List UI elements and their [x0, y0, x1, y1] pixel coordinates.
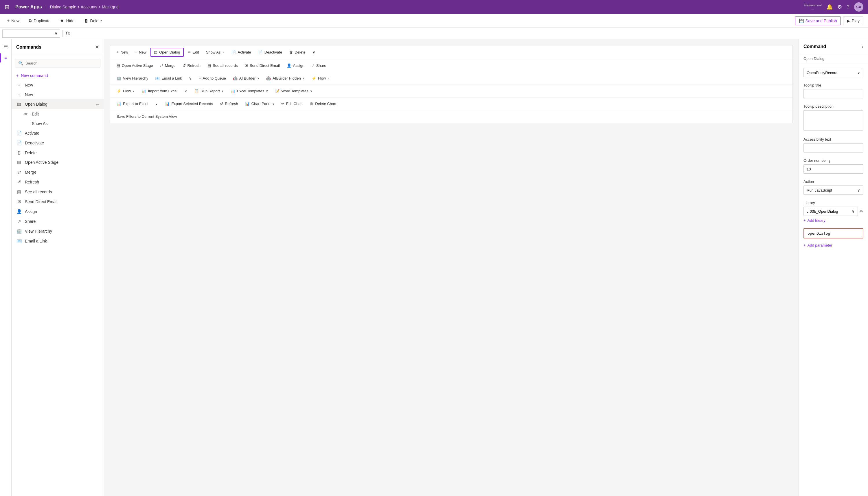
play-button[interactable]: ▶ Play	[843, 16, 863, 25]
prop-library-edit-button[interactable]: ✏	[859, 208, 863, 214]
commands-close-button[interactable]: ✕	[95, 44, 99, 50]
notification-icon[interactable]: 🔔	[826, 4, 833, 10]
cmd-item-new1[interactable]: + New	[12, 80, 104, 90]
waffle-icon[interactable]: ⊞	[5, 3, 10, 11]
ribbon-merge-button[interactable]: ⇄ Merge	[157, 62, 178, 69]
commands-search-box[interactable]: 🔍	[15, 59, 100, 67]
cmd-item-edit[interactable]: ✏ Edit	[12, 109, 104, 119]
ribbon-email-a-link-label: Email a Link	[161, 76, 182, 80]
toolbar-delete-button[interactable]: 🗑 Delete	[82, 17, 104, 25]
ribbon-new1-button[interactable]: + New	[114, 48, 131, 56]
cmd-item-assign[interactable]: 👤 Assign	[12, 207, 104, 216]
ribbon-run-report-chevron: ∨	[222, 89, 224, 93]
app-title: Power Apps	[15, 4, 42, 10]
settings-icon[interactable]: ⚙	[837, 4, 842, 10]
ribbon-deactivate-button[interactable]: 📄 Deactivate	[255, 48, 285, 56]
commands-search-input[interactable]	[26, 61, 97, 65]
ribbon-delete-chart-button[interactable]: 🗑 Delete Chart	[307, 100, 339, 108]
avatar[interactable]: SA	[854, 2, 863, 12]
prop-tooltip-title-input[interactable]	[804, 89, 863, 98]
cmd-item-delete[interactable]: 🗑 Delete	[12, 148, 104, 157]
prop-accessibility-input[interactable]	[804, 143, 863, 153]
add-command-button[interactable]: + New command	[12, 71, 104, 80]
ribbon-email-a-link-button[interactable]: 📧 Email a Link	[152, 74, 185, 82]
cmd-item-open-active-stage[interactable]: ▤ Open Active Stage	[12, 157, 104, 167]
cmd-item-view-hierarchy[interactable]: 🏢 View Hierarchy	[12, 226, 104, 236]
canvas-area: + New + New ▤ Open Dialog ✏ Edit Show As	[104, 40, 799, 496]
cmd-item-open-dialog[interactable]: ▤ Open Dialog ···	[12, 99, 104, 109]
ribbon-delete-button[interactable]: 🗑 Delete	[286, 48, 309, 56]
ribbon-refresh-button[interactable]: ↺ Refresh	[180, 62, 204, 69]
cmd-item-merge[interactable]: ⇄ Merge	[12, 167, 104, 177]
cmd-open-active-stage-icon: ▤	[16, 160, 22, 165]
prop-tooltip-desc-textarea[interactable]	[804, 110, 863, 130]
ribbon-new2-button[interactable]: + New	[132, 48, 149, 56]
add-library-button[interactable]: + Add library	[804, 218, 863, 222]
ribbon-excel-templates-button[interactable]: 📊 Excel Templates ∨	[228, 87, 271, 95]
ribbon-edit-button[interactable]: ✏ Edit	[185, 48, 202, 56]
ribbon-view-hierarchy-button[interactable]: 🏢 View Hierarchy	[114, 74, 151, 82]
prop-library-value: cr03b_OpenDialog	[807, 209, 838, 214]
ribbon-word-templates-button[interactable]: 📝 Word Templates ∨	[272, 87, 315, 95]
ribbon-save-filters-button[interactable]: Save Filters to Current System View	[114, 112, 180, 120]
cmd-item-send-direct-email[interactable]: ✉ Send Direct Email	[12, 197, 104, 207]
help-icon[interactable]: ?	[847, 4, 850, 10]
cmd-delete-icon: 🗑	[16, 150, 22, 155]
ribbon-see-all-records-button[interactable]: ▤ See all records	[205, 62, 241, 69]
cmd-item-refresh[interactable]: ↺ Refresh	[12, 177, 104, 187]
ribbon-run-report-button[interactable]: 📋 Run Report ∨	[191, 87, 226, 95]
ribbon-open-active-stage-button[interactable]: ▤ Open Active Stage	[114, 62, 156, 69]
add-parameter-button[interactable]: + Add parameter	[804, 243, 863, 247]
sidebar-toggle-button[interactable]: ☰	[1, 42, 10, 52]
cmd-item-share[interactable]: ↗ Share	[12, 216, 104, 226]
ribbon-split1-button[interactable]: ∨	[186, 74, 195, 82]
ribbon-show-as-button[interactable]: Show As ∨	[203, 48, 227, 56]
ribbon-export-selected-button[interactable]: 📊 Export Selected Records	[162, 100, 216, 108]
layers-button[interactable]: ≡	[2, 53, 9, 63]
save-publish-button[interactable]: 💾 Save and Publish	[795, 16, 841, 25]
cmd-item-deactivate[interactable]: 📄 Deactivate	[12, 138, 104, 148]
prop-action-type-dropdown[interactable]: OpenEntityRecord ∨	[804, 68, 863, 77]
toolbar-hide-button[interactable]: 👁 Hide	[58, 17, 77, 25]
props-expand-button[interactable]: ›	[862, 44, 863, 49]
toolbar-new-button[interactable]: + New	[5, 17, 22, 25]
ribbon-chart-pane-button[interactable]: 📊 Chart Pane ∨	[242, 100, 277, 108]
toolbar-duplicate-button[interactable]: ⧉ Duplicate	[26, 17, 53, 25]
ribbon-share-button[interactable]: ↗ Share	[309, 62, 329, 69]
ribbon-refresh2-button[interactable]: ↺ Refresh	[217, 100, 241, 108]
prop-library-dropdown[interactable]: cr03b_OpenDialog ∨	[804, 207, 858, 216]
cmd-item-email-a-link[interactable]: 📧 Email a Link	[12, 236, 104, 246]
ribbon-add-to-queue-button[interactable]: + Add to Queue	[196, 74, 229, 82]
cmd-item-see-all-records[interactable]: ▤ See all records	[12, 187, 104, 197]
ribbon-export-to-excel-label: Export to Excel	[123, 102, 148, 106]
fn-box[interactable]: openDialog	[804, 228, 863, 238]
ribbon-flow1-icon: ⚡	[312, 76, 316, 80]
cmd-edit-label: Edit	[32, 112, 39, 116]
cmd-deactivate-icon: 📄	[16, 140, 22, 145]
cmd-item-activate[interactable]: 📄 Activate	[12, 128, 104, 138]
ribbon-import-from-excel-button[interactable]: 📊 Import from Excel	[139, 87, 180, 95]
ribbon-flow2-icon: ⚡	[116, 89, 121, 93]
ribbon-split2-button[interactable]: ∨	[182, 87, 190, 95]
ribbon-open-dialog-button[interactable]: ▤ Open Dialog	[151, 48, 184, 57]
ribbon-ai-builder-button[interactable]: 🤖 AI Builder ∨	[230, 74, 262, 82]
formula-dropdown[interactable]: ∨	[2, 30, 60, 37]
ribbon-flow2-button[interactable]: ⚡ Flow ∨	[114, 87, 138, 95]
ribbon-export-to-excel-button[interactable]: 📊 Export to Excel	[114, 100, 151, 108]
ribbon-ai-builder-hidden-button[interactable]: 🤖 AIBuilder Hidden ∨	[263, 74, 307, 82]
ribbon-flow1-button[interactable]: ⚡ Flow ∨	[309, 74, 332, 82]
ribbon-send-direct-email-button[interactable]: ✉ Send Direct Email	[242, 62, 283, 69]
ribbon-more1-button[interactable]: ∨	[310, 48, 318, 56]
cmd-refresh-label: Refresh	[25, 180, 39, 184]
prop-action-dropdown[interactable]: Run JavaScript ∨	[804, 186, 863, 195]
ribbon-activate-button[interactable]: 📄 Activate	[228, 48, 254, 56]
cmd-item-show-as[interactable]: Show As	[12, 119, 104, 128]
ribbon-edit-chart-button[interactable]: ✏ Edit Chart	[278, 100, 306, 108]
ribbon-split3-button[interactable]: ∨	[152, 100, 161, 108]
cmd-more-icon[interactable]: ···	[96, 102, 99, 107]
cmd-merge-icon: ⇄	[16, 170, 22, 175]
ribbon-assign-button[interactable]: 👤 Assign	[284, 62, 307, 69]
prop-action-type-group: OpenEntityRecord ∨	[804, 68, 863, 77]
prop-order-input[interactable]	[804, 165, 863, 174]
cmd-item-new2[interactable]: + New	[12, 90, 104, 99]
